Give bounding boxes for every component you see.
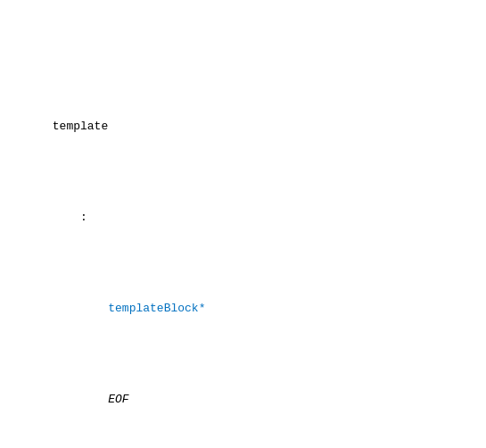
prod-eof: EOF bbox=[53, 393, 129, 406]
rule-template: template : templateBlock* EOF ; bbox=[11, 62, 475, 448]
rule-name-template: template bbox=[53, 120, 108, 133]
colon-template: : bbox=[53, 211, 87, 224]
prod-templateBlock-star: templateBlock* bbox=[53, 302, 206, 315]
code-container: template : templateBlock* EOF ; template… bbox=[11, 7, 475, 448]
